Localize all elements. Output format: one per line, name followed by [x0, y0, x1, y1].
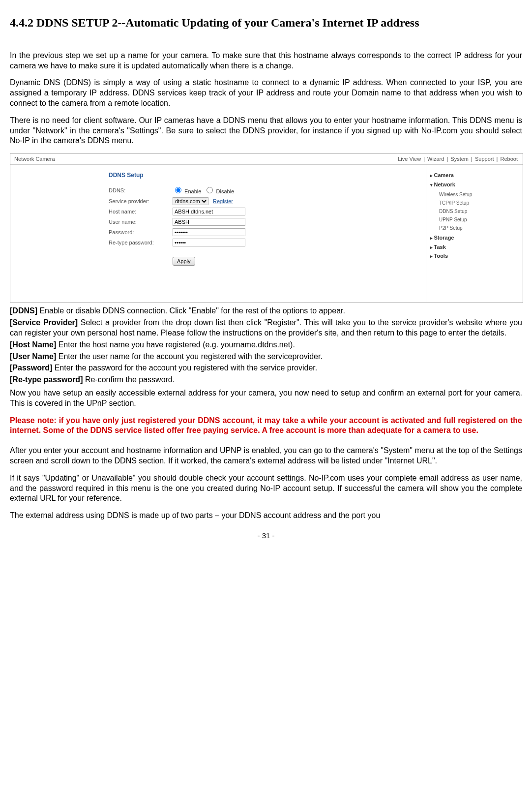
def-host-name: [Host Name] Enter the host name you have…: [10, 340, 522, 350]
def-password: [Password] Enter the password for the ac…: [10, 363, 522, 373]
ddns-enable-radio[interactable]: [175, 187, 181, 193]
side-task[interactable]: Task: [430, 244, 519, 251]
note-warning: Please note: if you have only just regis…: [10, 416, 522, 436]
ddns-label: DDNS:: [109, 187, 173, 194]
nav-wizard[interactable]: Wizard: [427, 156, 444, 162]
host-name-input[interactable]: [173, 208, 245, 215]
paragraph-3: There is no need for client software. Ou…: [10, 116, 522, 146]
def-retype-password: [Re-type password] Re-confirm the passwo…: [10, 375, 522, 385]
form-title: DDNS Setup: [109, 172, 426, 180]
disable-label: Disable: [216, 188, 235, 194]
nav-live-view[interactable]: Live View: [398, 156, 421, 162]
paragraph-1: In the previous step we set up a name fo…: [10, 51, 522, 71]
page-number: - 31 -: [10, 531, 522, 541]
user-name-input[interactable]: [173, 218, 245, 226]
top-nav: Live View | Wizard | System | Support | …: [397, 155, 519, 162]
paragraph-2: Dynamic DNS (DDNS) is simply a way of us…: [10, 78, 522, 108]
side-p2p[interactable]: P2P Setup: [439, 224, 519, 232]
side-tcpip[interactable]: TCP/IP Setup: [439, 199, 519, 207]
retype-password-input[interactable]: [173, 239, 245, 246]
register-link[interactable]: Register: [213, 198, 233, 204]
ddns-screenshot: Network Camera Live View | Wizard | Syst…: [10, 153, 523, 303]
screenshot-sidebar: Camera Network Wireless Setup TCP/IP Set…: [426, 165, 523, 303]
password-input[interactable]: [173, 228, 245, 236]
host-label: Host name:: [109, 208, 173, 215]
paragraph-6: If it says "Updating" or Unavailable" yo…: [10, 473, 522, 504]
def-ddns: [DDNS] Enable or disable DDNS connection…: [10, 306, 522, 316]
nav-reboot[interactable]: Reboot: [501, 156, 518, 162]
side-ddns[interactable]: DDNS Setup: [439, 207, 519, 215]
ddns-disable-radio[interactable]: [207, 187, 213, 193]
sp-label: Service provider:: [109, 198, 173, 205]
pw-label: Password:: [109, 229, 173, 236]
rpw-label: Re-type password:: [109, 239, 173, 246]
paragraph-4: Now you have setup an easily accessible …: [10, 388, 522, 409]
screenshot-topbar: Network Camera Live View | Wizard | Syst…: [10, 153, 523, 165]
screenshot-main: DDNS Setup DDNS: Enable Disable Service …: [10, 165, 426, 303]
side-wireless[interactable]: Wireless Setup: [439, 190, 519, 199]
side-tools[interactable]: Tools: [430, 252, 519, 260]
nav-system[interactable]: System: [450, 156, 469, 162]
enable-label: Enable: [184, 188, 201, 194]
service-provider-select[interactable]: dtdns.com: [173, 197, 208, 205]
side-upnp[interactable]: UPNP Setup: [439, 215, 519, 224]
paragraph-7: The external address using DDNS is made …: [10, 511, 522, 521]
def-user-name: [User Name] Enter the user name for the …: [10, 352, 522, 362]
side-storage[interactable]: Storage: [430, 234, 519, 242]
side-network[interactable]: Network: [430, 181, 519, 188]
app-title: Network Camera: [14, 155, 55, 162]
def-service-provider: [Service Provider] Select a provider fro…: [10, 318, 522, 338]
side-camera[interactable]: Camera: [430, 172, 519, 179]
section-heading: 4.4.2 DDNS SETUP 2--Automatic Updating o…: [10, 10, 522, 36]
definitions: [DDNS] Enable or disable DDNS connection…: [10, 306, 522, 385]
apply-button[interactable]: Apply: [173, 257, 195, 266]
paragraph-5: After you enter your account and hostnam…: [10, 446, 522, 466]
user-label: User name:: [109, 218, 173, 225]
nav-support[interactable]: Support: [475, 156, 494, 162]
